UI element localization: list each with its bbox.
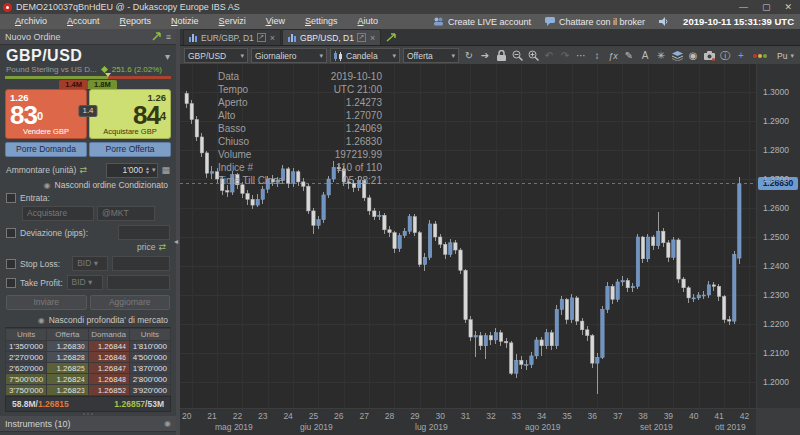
- depth-row[interactable]: 2'270'0001.268281.268464'500'000: [6, 352, 171, 363]
- stop-loss-side-select[interactable]: BID ▾: [72, 256, 108, 271]
- amount-input[interactable]: 1'000 ▲▼ ▾: [106, 163, 158, 178]
- entry-side-select[interactable]: Acquistare: [22, 206, 94, 221]
- candle: [575, 298, 578, 321]
- hide-conditional-toggle[interactable]: ◉ Nascondi ordine Condizionato: [0, 178, 176, 191]
- undo-icon[interactable]: ↶: [542, 49, 556, 63]
- hide-depth-toggle[interactable]: ◉ Nascondi profondita' di mercato: [0, 313, 176, 326]
- ask-price-cell: 1.26852: [88, 385, 129, 396]
- depth-row[interactable]: 3'750'0001.268231.268523'920'000: [6, 385, 171, 396]
- close-tab-icon[interactable]: ×: [370, 33, 375, 43]
- place-bid-button[interactable]: Porre Domanda: [5, 142, 87, 157]
- entry-checkbox[interactable]: [6, 193, 16, 203]
- menu-item-notizie[interactable]: Notizie: [162, 14, 208, 29]
- time-axis[interactable]: 2021222324252627282930313233343536373839…: [180, 408, 756, 435]
- calculator-icon[interactable]: ▦: [161, 165, 170, 175]
- text-tool-icon[interactable]: A: [638, 49, 652, 63]
- update-order-button[interactable]: Aggiornare: [90, 295, 171, 310]
- info-value: 1.24273: [310, 96, 382, 109]
- send-order-button[interactable]: Inviare: [6, 295, 87, 310]
- pan-mode-icon[interactable]: ➔: [478, 49, 492, 63]
- popout-icon[interactable]: ↗: [257, 33, 266, 42]
- take-profit-input[interactable]: [107, 275, 170, 290]
- depth-row[interactable]: 1'350'0001.268301.268441'810'000: [6, 341, 171, 352]
- tear-off-chart-icon[interactable]: [386, 32, 396, 42]
- menu-item-aiuto[interactable]: Aiuto: [349, 14, 388, 29]
- visibility-eye-icon[interactable]: ◉: [686, 49, 700, 63]
- candle: [570, 298, 573, 320]
- price-mode-label: price: [137, 242, 155, 252]
- amount-swap-icon[interactable]: ⇄: [79, 165, 87, 175]
- chart-tab-eur-gbp-d1[interactable]: EUR/GBP, D1↗×: [183, 29, 281, 45]
- shapes-tool-icon[interactable]: ✳: [654, 49, 668, 63]
- slippage-checkbox[interactable]: [6, 228, 16, 238]
- spread-badge: 1.4: [78, 105, 97, 117]
- depth-row[interactable]: 7'500'0001.268241.268482'800'000: [6, 374, 171, 385]
- depth-row[interactable]: 2'620'0001.268251.268471'870'000: [6, 363, 171, 374]
- chart-tab-gbp-usd-d1[interactable]: GBP/USD, D1↗×: [282, 29, 381, 45]
- amount-dropdown-icon[interactable]: ▾: [152, 166, 156, 174]
- place-offer-button[interactable]: Porre Offerta: [89, 142, 171, 157]
- sound-button[interactable]: [659, 17, 669, 26]
- redo-icon[interactable]: ↷: [558, 49, 572, 63]
- vertical-scale-icon[interactable]: ↕: [590, 49, 604, 63]
- refresh-icon[interactable]: ↻: [462, 49, 476, 63]
- chart-instrument-select[interactable]: GBP/USD▾: [184, 48, 248, 63]
- week-tick-34: 34: [537, 411, 546, 421]
- slippage-input[interactable]: [118, 225, 170, 240]
- stop-loss-input[interactable]: [112, 256, 170, 271]
- amount-spinner[interactable]: ▲▼: [145, 166, 150, 174]
- chart-canvas[interactable]: Data2019-10-10TempoUTC 21:00Aperto1.2427…: [180, 64, 756, 408]
- price-unit-select[interactable]: Pu▾: [777, 51, 796, 61]
- price-tick-1.3000: 1.3000: [763, 87, 789, 97]
- entry-type-select[interactable]: @MKT: [97, 206, 155, 221]
- draw-pencil-icon[interactable]: ✎: [622, 49, 636, 63]
- take-profit-checkbox[interactable]: [6, 278, 16, 288]
- instrument-selector[interactable]: GBP/USD ▾: [0, 45, 176, 65]
- bid-volume-cell: 3'750'000: [6, 385, 47, 396]
- screenshot-camera-icon[interactable]: [702, 49, 716, 63]
- close-tab-icon[interactable]: ×: [270, 33, 275, 43]
- menu-item-settings[interactable]: Settings: [296, 14, 347, 29]
- menu-item-reports[interactable]: Reports: [111, 14, 161, 29]
- maximize-button[interactable]: ▢: [762, 0, 771, 14]
- chat-broker-button[interactable]: Chattare con il broker: [545, 17, 645, 27]
- buy-quote-button[interactable]: 1.26 844 Acquistare GBP: [89, 89, 171, 139]
- chart-side-select[interactable]: Offerta▾: [403, 48, 459, 63]
- candle: [738, 184, 741, 258]
- candle: [454, 243, 457, 250]
- menu-item-view[interactable]: View: [257, 14, 294, 29]
- minimize-button[interactable]: —: [739, 0, 748, 14]
- take-profit-row: Take Profit: BID ▾: [0, 273, 176, 292]
- scroll-shift-icon[interactable]: ⋯: [574, 49, 588, 63]
- zoom-in-icon[interactable]: [526, 49, 540, 63]
- panel-menu-icon[interactable]: ≡: [166, 32, 171, 42]
- price-swap-icon[interactable]: ⇄: [158, 242, 166, 252]
- menu-item-servizi[interactable]: Servizi: [210, 14, 255, 29]
- menu-item-account[interactable]: Account: [58, 14, 109, 29]
- indicators-fx-icon[interactable]: ƒx: [606, 49, 620, 63]
- chart-period-select[interactable]: Giornaliero▾: [251, 48, 327, 63]
- collapse-panel-icon[interactable]: ◂: [174, 237, 178, 246]
- order-panel: Nuovo Ordine ≡ GBP/USD ▾ Pound Sterling …: [0, 29, 177, 435]
- candle: [636, 237, 639, 286]
- close-button[interactable]: ✕: [784, 0, 792, 14]
- tear-off-icon[interactable]: [152, 32, 161, 41]
- candle: [317, 220, 320, 226]
- take-profit-side-select[interactable]: BID ▾: [67, 275, 103, 290]
- stop-loss-checkbox[interactable]: [6, 259, 16, 269]
- crosshair-icon[interactable]: +: [734, 49, 748, 63]
- panel-eye-icon[interactable]: ◉: [164, 419, 171, 428]
- zoom-out-icon[interactable]: [510, 49, 524, 63]
- popout-icon[interactable]: ↗: [357, 33, 366, 42]
- info-icon[interactable]: ⓘ: [718, 49, 732, 63]
- chart-type-select[interactable]: Candela▾: [330, 48, 400, 63]
- menu-item-archivio[interactable]: Archivio: [6, 14, 56, 29]
- week-tick-20: 20: [182, 411, 191, 421]
- create-live-account-button[interactable]: Create LIVE account: [433, 17, 531, 27]
- layers-icon[interactable]: [670, 49, 684, 63]
- bid-volume-cell: 2'270'000: [6, 352, 47, 363]
- lock-icon[interactable]: [494, 49, 508, 63]
- chart-workspace: EUR/GBP, D1↗×GBP/USD, D1↗× GBP/USD▾ Gior…: [180, 29, 800, 435]
- sell-quote-button[interactable]: 1.26 830 Vendere GBP: [5, 89, 87, 139]
- price-axis[interactable]: 1.26830 1.30001.29001.28001.27001.26001.…: [756, 64, 800, 408]
